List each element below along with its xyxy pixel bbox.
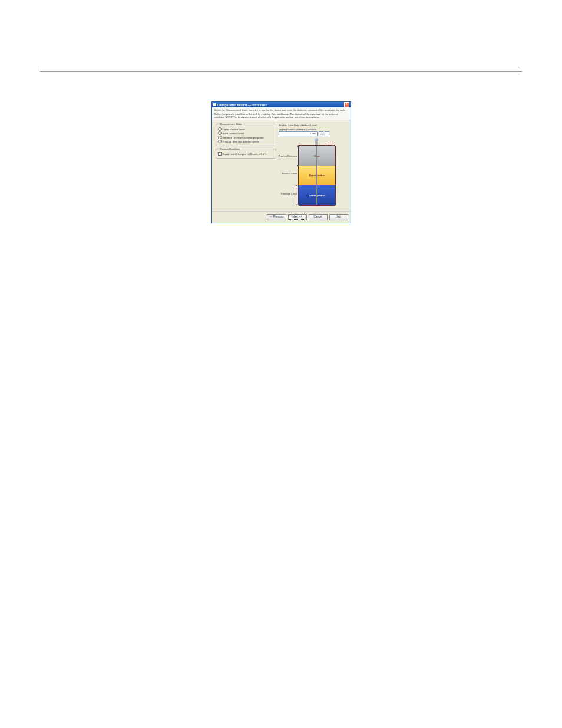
window-title: Configuration Wizard - Environment — [217, 103, 344, 107]
layer-lower: Lower product — [299, 185, 335, 205]
radio-interface-submerged[interactable]: Interface Level with submerged probe — [218, 136, 275, 139]
layer-vapor: Vapor — [299, 146, 335, 166]
process-condition-group: Process Condition Rapid Level Changes (>… — [216, 149, 277, 159]
radio-liquid[interactable]: Liquid Product Level — [218, 127, 275, 131]
checkbox-icon — [218, 152, 222, 156]
intro-line1: Select the Measurement Mode you wish to … — [214, 108, 348, 111]
dielectric-label: Upper Product Dielectric Constant — [279, 128, 348, 131]
radio-icon — [218, 127, 222, 131]
check-rapid-level[interactable]: Rapid Level Changes (>40mm/s, >1.5"/s) — [218, 152, 275, 156]
radio-solid[interactable]: Solid Product Level — [218, 131, 275, 135]
cancel-button[interactable]: Cancel — [309, 214, 328, 220]
tank-diagram: Vapor Upper product Lower product Produc… — [285, 138, 341, 209]
dielectric-input[interactable]: 2.900 — [279, 131, 318, 136]
process-condition-title: Process Condition — [219, 147, 242, 150]
clipboard-icon[interactable]: 📋 — [319, 131, 323, 136]
help-button[interactable]: Help — [329, 214, 348, 220]
bracket-pd — [297, 146, 299, 166]
probe-rod — [316, 146, 317, 205]
label-product-level: Product Level — [273, 172, 297, 175]
label-interface-level: Interface Level — [273, 192, 297, 195]
measurement-mode-group: Measurement Mode Liquid Product Level So… — [216, 124, 277, 146]
label-product-distance: Product Distance — [273, 154, 297, 157]
next-button[interactable]: Next >> — [288, 214, 307, 220]
titlebar: Configuration Wizard - Environment X — [212, 102, 351, 107]
config-wizard-dialog: Configuration Wizard - Environment X Sel… — [211, 101, 351, 223]
radio-icon — [218, 131, 222, 135]
intro-text: Select the Measurement Mode you wish to … — [212, 107, 351, 120]
close-icon[interactable]: X — [344, 102, 349, 107]
app-icon — [213, 103, 216, 106]
radio-icon — [218, 140, 222, 143]
calculator-icon[interactable] — [325, 131, 329, 136]
layer-upper: Upper product — [299, 166, 335, 185]
button-row: << Previous Next >> Cancel Help — [212, 211, 351, 223]
intro-line2: Define the process condition in the tank… — [214, 113, 348, 118]
radio-icon — [218, 136, 222, 139]
measurement-mode-title: Measurement Mode — [219, 123, 243, 126]
previous-button[interactable]: << Previous — [267, 214, 286, 220]
right-panel-title: Product Level and Interface Level — [279, 124, 348, 127]
radio-product-and-interface[interactable]: Product Level and Interface Level — [218, 140, 275, 143]
bracket-il — [296, 185, 297, 205]
